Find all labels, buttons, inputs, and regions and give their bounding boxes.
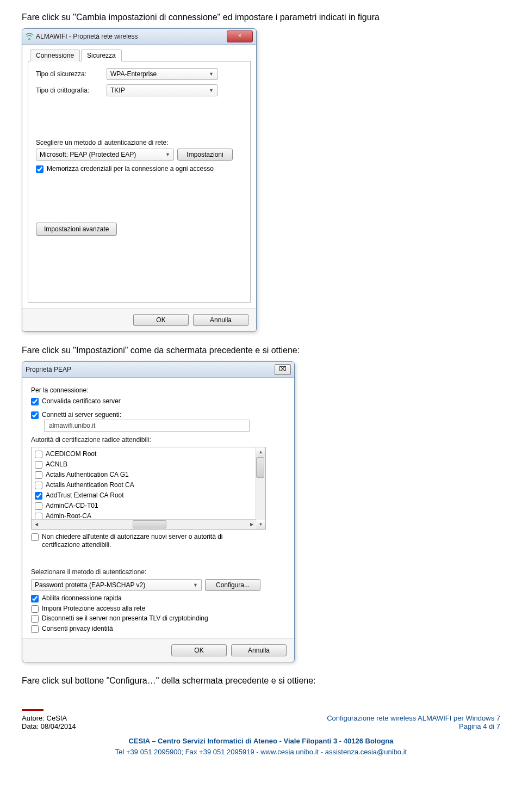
instruction-1: Fare click su "Cambia impostazioni di co… xyxy=(22,11,500,24)
label-remember-credentials: Memorizza credenziali per la connessione… xyxy=(47,165,214,174)
label-for-connection: Per la connessione: xyxy=(31,386,285,394)
ok-button[interactable]: OK xyxy=(171,644,227,656)
chevron-down-icon: ▼ xyxy=(193,582,198,588)
label-disconnect-tlv: Disconnetti se il server non presenta TL… xyxy=(42,614,208,623)
combo-security-type-value: WPA-Enterprise xyxy=(110,70,157,78)
settings-button[interactable]: Impostazioni xyxy=(177,149,233,161)
combo-encryption-type-value: TKIP xyxy=(110,87,125,94)
instruction-2: Fare click su "Impostazioni" come da sch… xyxy=(22,344,500,357)
checkbox-disconnect-tlv[interactable] xyxy=(31,615,39,623)
footer-contact-line: Tel +39 051 2095900; Fax +39 051 2095919… xyxy=(22,747,500,758)
horizontal-scrollbar[interactable]: ◀ ▶ xyxy=(32,519,256,529)
ca-item-checkbox[interactable] xyxy=(35,492,42,500)
server-name-field[interactable]: almawifi.unibo.it xyxy=(44,420,250,432)
dialog1-title: ALMAWIFI - Proprietà rete wireless xyxy=(36,33,138,40)
page-footer: Autore: CeSIA Data: 08/04/2014 Configura… xyxy=(22,714,500,757)
label-no-prompt: Non chiedere all'utente di autorizzare n… xyxy=(42,533,259,550)
ca-list-item[interactable]: Actalis Authentication CA G1 xyxy=(35,470,262,480)
ca-list-item[interactable]: AdminCA-CD-T01 xyxy=(35,501,262,511)
label-connect-servers: Connetti ai server seguenti: xyxy=(42,411,121,420)
instruction-3: Fare click sul bottone "Configura…" dell… xyxy=(22,674,500,687)
scroll-up-icon[interactable]: ▲ xyxy=(256,447,265,457)
label-security-type: Tipo di sicurezza: xyxy=(36,70,107,78)
ca-list-item[interactable]: ACEDICOM Root xyxy=(35,449,262,459)
dialog2-titlebar[interactable]: Proprietà PEAP ⌧ xyxy=(22,362,294,378)
combo-security-type[interactable]: WPA-Enterprise ▼ xyxy=(107,68,217,80)
hscroll-thumb[interactable] xyxy=(133,520,166,528)
label-auth-method: Scegliere un metodo di autenticazione di… xyxy=(36,139,243,146)
combo-peap-auth-method-value: Password protetta (EAP-MSCHAP v2) xyxy=(35,581,145,589)
dialog2-title: Proprietà PEAP xyxy=(26,366,71,373)
ca-item-checkbox[interactable] xyxy=(35,502,42,510)
configure-button[interactable]: Configura... xyxy=(205,579,260,591)
checkbox-fast-reconnect[interactable] xyxy=(31,595,39,602)
advanced-settings-button[interactable]: Impostazioni avanzate xyxy=(36,223,117,236)
checkbox-no-prompt[interactable] xyxy=(31,533,39,541)
dialog1-titlebar[interactable]: ALMAWIFI - Proprietà rete wireless × xyxy=(22,29,256,45)
tab-connessione[interactable]: Connessione xyxy=(30,50,80,61)
ca-item-checkbox[interactable] xyxy=(35,482,42,489)
close-button[interactable]: ⌧ xyxy=(275,364,291,375)
ca-item-label: Actalis Authentication Root CA xyxy=(46,481,134,489)
ca-item-label: AddTrust External CA Root xyxy=(46,491,124,499)
trusted-ca-listbox[interactable]: ACEDICOM RootACNLBActalis Authentication… xyxy=(31,447,266,530)
chevron-down-icon: ▼ xyxy=(209,88,214,93)
combo-auth-method[interactable]: Microsoft: PEAP (Protected EAP) ▼ xyxy=(36,149,174,161)
ca-item-label: Actalis Authentication CA G1 xyxy=(46,471,129,478)
ca-item-checkbox[interactable] xyxy=(35,451,42,458)
scroll-thumb[interactable] xyxy=(256,457,264,478)
footer-separator xyxy=(22,709,44,711)
checkbox-remember-credentials[interactable] xyxy=(36,165,44,173)
label-encryption-type: Tipo di crittografia: xyxy=(36,87,107,94)
ca-item-label: AdminCA-CD-T01 xyxy=(46,502,98,509)
footer-author: Autore: CeSIA xyxy=(22,714,76,722)
ca-item-label: ACEDICOM Root xyxy=(46,450,96,458)
combo-encryption-type[interactable]: TKIP ▼ xyxy=(107,84,217,96)
scroll-down-icon[interactable]: ▼ xyxy=(256,520,265,529)
tab-sicurezza[interactable]: Sicurezza xyxy=(81,50,122,61)
ok-button[interactable]: OK xyxy=(133,314,189,326)
label-identity-privacy: Consenti privacy identità xyxy=(42,625,113,633)
ca-list-item[interactable]: ACNLB xyxy=(35,459,262,470)
checkbox-connect-servers[interactable] xyxy=(31,411,39,419)
footer-org-line: CESIA – Centro Servizi Informatici di At… xyxy=(128,737,393,745)
label-trusted-root-ca: Autorità di certificazione radice attend… xyxy=(31,436,285,444)
chevron-down-icon: ▼ xyxy=(209,71,214,77)
scroll-right-icon[interactable]: ▶ xyxy=(247,522,256,527)
ca-item-label: ACNLB xyxy=(46,460,67,468)
label-fast-reconnect: Abilita riconnessione rapida xyxy=(42,594,122,603)
checkbox-enforce-nap[interactable] xyxy=(31,605,39,613)
scroll-left-icon[interactable]: ◀ xyxy=(32,522,41,527)
cancel-button[interactable]: Annulla xyxy=(193,314,248,326)
checkbox-validate-cert[interactable] xyxy=(31,398,39,405)
combo-auth-method-value: Microsoft: PEAP (Protected EAP) xyxy=(40,151,136,158)
chevron-down-icon: ▼ xyxy=(165,152,170,157)
checkbox-identity-privacy[interactable] xyxy=(31,625,39,633)
cancel-button[interactable]: Annulla xyxy=(231,644,287,656)
label-select-auth-method: Selezionare il metodo di autenticazione: xyxy=(31,568,285,576)
vertical-scrollbar[interactable]: ▲ ▼ xyxy=(256,447,265,529)
footer-page-number: Pagina 4 di 7 xyxy=(327,722,500,730)
label-enforce-nap: Imponi Protezione accesso alla rete xyxy=(42,605,145,613)
footer-doc-title: Configurazione rete wireless ALMAWIFI pe… xyxy=(327,714,500,722)
dialog-peap-properties: Proprietà PEAP ⌧ Per la connessione: Con… xyxy=(22,361,295,663)
close-button[interactable]: × xyxy=(227,30,253,42)
combo-peap-auth-method[interactable]: Password protetta (EAP-MSCHAP v2) ▼ xyxy=(31,579,202,591)
ca-item-checkbox[interactable] xyxy=(35,461,42,469)
ca-item-checkbox[interactable] xyxy=(35,471,42,479)
label-validate-cert: Convalida certificato server xyxy=(42,397,121,406)
ca-list-item[interactable]: Actalis Authentication Root CA xyxy=(35,480,262,490)
ca-list-item[interactable]: AddTrust External CA Root xyxy=(35,490,262,501)
footer-date: Data: 08/04/2014 xyxy=(22,722,76,730)
dialog-almawifi-properties: ALMAWIFI - Proprietà rete wireless × Con… xyxy=(22,28,257,332)
wifi-icon xyxy=(26,33,33,40)
